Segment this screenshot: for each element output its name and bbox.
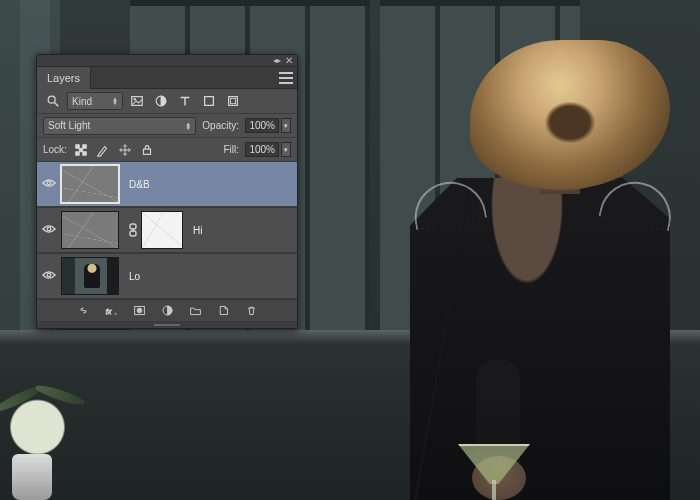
blend-mode-value: Soft Light xyxy=(48,120,181,131)
opacity-field[interactable]: 100% ▾ xyxy=(245,118,291,133)
filter-row: Kind ▲▼ xyxy=(37,89,297,113)
opacity-label: Opacity: xyxy=(202,120,239,131)
eye-icon[interactable] xyxy=(42,224,56,236)
filter-kind-value: Kind xyxy=(72,96,108,107)
adjustment-layer-icon[interactable] xyxy=(160,304,174,318)
delete-layer-icon[interactable] xyxy=(244,304,258,318)
layer-row[interactable]: D&B xyxy=(37,161,297,207)
svg-rect-9 xyxy=(83,144,87,148)
lock-label: Lock: xyxy=(43,144,67,155)
panel-menu-icon[interactable] xyxy=(279,72,293,84)
close-icon[interactable]: ✕ xyxy=(285,56,293,66)
svg-rect-11 xyxy=(76,151,80,155)
filter-type-icon[interactable] xyxy=(175,93,195,109)
opacity-dropdown-icon[interactable]: ▾ xyxy=(281,118,291,133)
svg-point-19 xyxy=(47,273,51,277)
filter-adjustment-icon[interactable] xyxy=(151,93,171,109)
new-group-icon[interactable] xyxy=(188,304,202,318)
layer-mask-thumbnail[interactable] xyxy=(141,211,183,249)
opacity-value[interactable]: 100% xyxy=(245,118,279,133)
fill-label: Fill: xyxy=(223,144,239,155)
svg-line-1 xyxy=(55,103,59,107)
link-layers-icon[interactable] xyxy=(76,304,90,318)
eye-icon[interactable] xyxy=(42,270,56,282)
layer-list: D&B Hi Lo xyxy=(37,161,297,299)
fill-field[interactable]: 100% ▾ xyxy=(245,142,291,157)
filter-smartobject-icon[interactable] xyxy=(223,93,243,109)
layer-thumbnail[interactable] xyxy=(61,211,119,249)
layer-thumbnail[interactable] xyxy=(61,165,119,203)
svg-rect-5 xyxy=(205,97,214,106)
panel-tabbar: Layers xyxy=(37,67,297,89)
svg-point-3 xyxy=(134,98,136,100)
filter-kind-select[interactable]: Kind ▲▼ xyxy=(67,92,123,110)
new-layer-icon[interactable] xyxy=(216,304,230,318)
svg-point-0 xyxy=(48,96,55,103)
filter-pixel-icon[interactable] xyxy=(127,93,147,109)
svg-rect-10 xyxy=(79,148,83,152)
layer-name[interactable]: Hi xyxy=(193,225,202,236)
svg-text:fx: fx xyxy=(105,307,111,316)
layer-name[interactable]: D&B xyxy=(129,179,150,190)
search-icon[interactable] xyxy=(43,93,63,109)
lock-all-icon[interactable] xyxy=(139,142,155,158)
blend-mode-select[interactable]: Soft Light ▲▼ xyxy=(43,117,196,135)
fill-dropdown-icon[interactable]: ▾ xyxy=(281,142,291,157)
layer-row[interactable]: Lo xyxy=(37,253,297,299)
svg-point-22 xyxy=(137,308,142,313)
panel-resize-handle[interactable] xyxy=(37,321,297,328)
layer-fx-icon[interactable]: fx xyxy=(104,304,118,318)
add-mask-icon[interactable] xyxy=(132,304,146,318)
filter-shape-icon[interactable] xyxy=(199,93,219,109)
svg-rect-13 xyxy=(143,149,150,154)
svg-rect-12 xyxy=(83,151,87,155)
blend-row: Soft Light ▲▼ Opacity: 100% ▾ xyxy=(37,113,297,137)
layer-row[interactable]: Hi xyxy=(37,207,297,253)
layer-name[interactable]: Lo xyxy=(129,271,140,282)
layers-panel: ◂▸ ✕ Layers Kind ▲▼ xyxy=(36,54,298,329)
svg-rect-7 xyxy=(230,98,235,103)
tab-layers[interactable]: Layers xyxy=(37,67,91,89)
svg-point-14 xyxy=(47,181,51,185)
panel-topbar[interactable]: ◂▸ ✕ xyxy=(37,55,297,67)
svg-point-15 xyxy=(47,227,51,231)
layer-thumbnail[interactable] xyxy=(61,257,119,295)
lock-position-icon[interactable] xyxy=(117,142,133,158)
lock-row: Lock: Fill: 100% ▾ xyxy=(37,137,297,161)
svg-rect-8 xyxy=(76,144,80,148)
mask-link-icon[interactable] xyxy=(125,223,141,237)
eye-icon[interactable] xyxy=(42,178,56,190)
collapse-icon[interactable]: ◂▸ xyxy=(273,56,281,65)
lock-pixels-icon[interactable] xyxy=(95,142,111,158)
lock-transparency-icon[interactable] xyxy=(73,142,89,158)
tab-label: Layers xyxy=(47,72,80,84)
fill-value[interactable]: 100% xyxy=(245,142,279,157)
panel-footer: fx xyxy=(37,299,297,321)
